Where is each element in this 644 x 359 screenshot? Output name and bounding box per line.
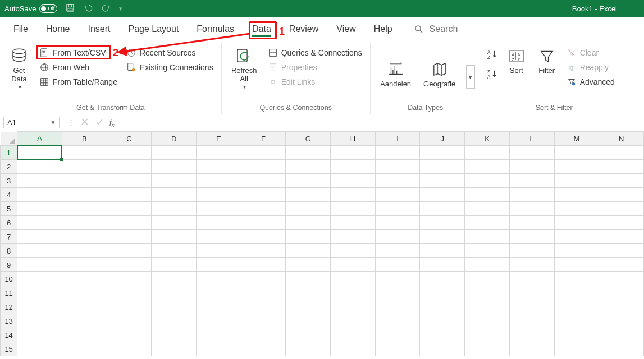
cell[interactable] [286, 328, 331, 342]
cell[interactable] [286, 300, 331, 314]
cell[interactable] [375, 244, 420, 258]
cell[interactable] [420, 174, 465, 188]
cell[interactable] [17, 174, 62, 188]
cell[interactable] [241, 230, 286, 244]
refresh-all-button[interactable]: Refresh All ▾ [227, 45, 261, 91]
cell[interactable] [599, 314, 644, 328]
column-header[interactable]: M [554, 132, 599, 146]
cell[interactable] [375, 174, 420, 188]
cell[interactable] [554, 174, 599, 188]
cell[interactable] [465, 230, 510, 244]
save-icon[interactable] [65, 3, 75, 15]
cell[interactable] [331, 286, 376, 300]
cell[interactable] [197, 146, 241, 160]
cell[interactable] [286, 188, 331, 202]
filter-button[interactable]: Filter [534, 45, 560, 76]
cell[interactable] [197, 272, 241, 286]
cell[interactable] [465, 202, 510, 216]
cell[interactable] [17, 146, 62, 160]
reapply-button[interactable]: Reapply [564, 61, 617, 73]
cell[interactable] [420, 272, 465, 286]
tab-home[interactable]: Home [38, 21, 78, 38]
cell[interactable] [465, 244, 510, 258]
tab-help[interactable]: Help [366, 21, 400, 38]
column-header[interactable]: A [17, 132, 62, 146]
column-header[interactable]: H [331, 132, 376, 146]
existing-connections-button[interactable]: Existing Connections [124, 61, 216, 73]
cell[interactable] [331, 244, 376, 258]
cell[interactable] [17, 244, 62, 258]
cell[interactable] [331, 258, 376, 272]
column-header[interactable]: C [107, 132, 152, 146]
row-header[interactable]: 9 [1, 258, 17, 272]
cell[interactable] [465, 328, 510, 342]
cell[interactable] [17, 300, 62, 314]
row-header[interactable]: 2 [1, 160, 17, 174]
cell[interactable] [152, 286, 197, 300]
cell[interactable] [197, 286, 241, 300]
cell[interactable] [152, 328, 197, 342]
cell[interactable] [599, 244, 644, 258]
cell[interactable] [375, 328, 420, 342]
from-web-button[interactable]: From Web [37, 61, 120, 73]
cell[interactable] [465, 272, 510, 286]
cell[interactable] [241, 342, 286, 356]
cell[interactable] [107, 174, 152, 188]
properties-button[interactable]: Properties [266, 61, 364, 73]
cell[interactable] [17, 216, 62, 230]
cell[interactable] [241, 258, 286, 272]
cell[interactable] [17, 230, 62, 244]
cell[interactable] [420, 216, 465, 230]
cell[interactable] [241, 314, 286, 328]
cell[interactable] [420, 146, 465, 160]
cell[interactable] [107, 314, 152, 328]
cell[interactable] [17, 202, 62, 216]
cell[interactable] [17, 342, 62, 356]
cell[interactable] [241, 272, 286, 286]
cell[interactable] [599, 342, 644, 356]
tell-me-search[interactable]: Search [414, 24, 458, 34]
cell[interactable] [599, 286, 644, 300]
cell[interactable] [509, 342, 554, 356]
cell[interactable] [465, 216, 510, 230]
row-header[interactable]: 7 [1, 230, 17, 244]
cell[interactable] [241, 188, 286, 202]
cell[interactable] [554, 300, 599, 314]
row-header[interactable]: 8 [1, 244, 17, 258]
cell[interactable] [331, 342, 376, 356]
cell[interactable] [509, 216, 554, 230]
cell[interactable] [62, 174, 107, 188]
cell[interactable] [554, 160, 599, 174]
cell[interactable] [554, 202, 599, 216]
cell[interactable] [420, 342, 465, 356]
autosave-toggle[interactable]: AutoSave Off [4, 4, 57, 13]
cell[interactable] [599, 160, 644, 174]
cell[interactable] [62, 202, 107, 216]
cell[interactable] [375, 300, 420, 314]
cell[interactable] [197, 342, 241, 356]
formula-input[interactable] [122, 117, 644, 128]
column-header[interactable]: B [62, 132, 107, 146]
sort-button[interactable]: AZAZ Sort [504, 45, 529, 76]
cell[interactable] [107, 202, 152, 216]
row-header[interactable]: 12 [1, 300, 17, 314]
cell[interactable] [554, 216, 599, 230]
column-header[interactable]: L [509, 132, 554, 146]
cell[interactable] [331, 216, 376, 230]
column-header[interactable]: D [152, 132, 197, 146]
cell[interactable] [599, 230, 644, 244]
cell[interactable] [241, 216, 286, 230]
redo-icon[interactable] [101, 3, 111, 15]
cell[interactable] [241, 300, 286, 314]
enter-icon[interactable] [95, 117, 104, 128]
cell[interactable] [331, 272, 376, 286]
geografie-button[interactable]: Geografie [420, 59, 459, 90]
column-header[interactable]: E [197, 132, 241, 146]
cell[interactable] [599, 258, 644, 272]
cell[interactable] [17, 286, 62, 300]
cell[interactable] [286, 230, 331, 244]
cell[interactable] [286, 342, 331, 356]
cell[interactable] [197, 160, 241, 174]
cell[interactable] [241, 146, 286, 160]
cell[interactable] [554, 188, 599, 202]
